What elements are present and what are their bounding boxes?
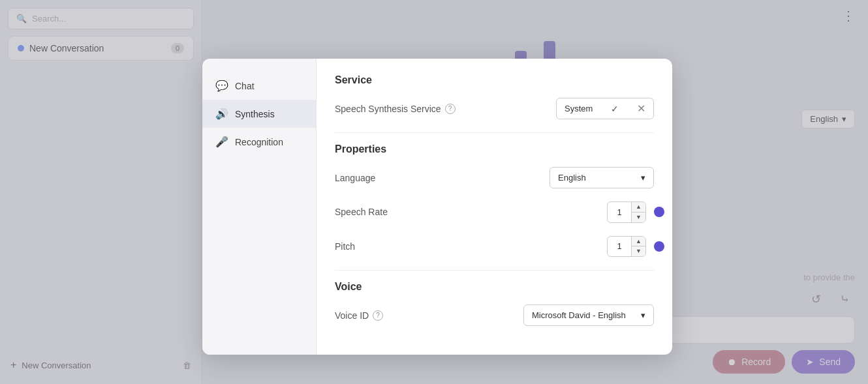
clear-icon[interactable]: ✕ bbox=[637, 102, 645, 115]
service-section-title: Service bbox=[335, 74, 654, 86]
chat-nav-label: Chat bbox=[235, 81, 255, 91]
section-divider bbox=[335, 132, 654, 133]
chat-nav-icon: 💬 bbox=[215, 80, 228, 92]
voice-divider bbox=[335, 270, 654, 271]
speech-rate-value: 1 bbox=[608, 203, 631, 221]
voice-id-dropdown[interactable]: Microsoft David - English ▾ bbox=[523, 304, 654, 326]
pitch-value: 1 bbox=[608, 237, 631, 255]
speech-rate-input[interactable]: 1 ▲ ▼ bbox=[607, 201, 646, 223]
pitch-row: Pitch 1 ▲ ▼ bbox=[335, 236, 654, 258]
synthesis-nav-label: Synthesis bbox=[235, 109, 275, 119]
check-icon: ✓ bbox=[611, 104, 619, 114]
pitch-label: Pitch bbox=[335, 241, 355, 252]
voice-id-value: Microsoft David - English bbox=[532, 310, 626, 320]
modal-body: Service Speech Synthesis Service ? Syste… bbox=[317, 59, 672, 355]
chevron-down-icon: ▾ bbox=[641, 173, 645, 183]
settings-modal: 💬 Chat 🔊 Synthesis 🎤 Recognition Service… bbox=[202, 59, 672, 355]
language-select[interactable]: English ▾ bbox=[550, 167, 654, 188]
voice-id-label: Voice ID bbox=[335, 310, 369, 321]
help-icon[interactable]: ? bbox=[445, 104, 456, 114]
pitch-input[interactable]: 1 ▲ ▼ bbox=[607, 236, 646, 258]
voice-id-row: Voice ID ? Microsoft David - English ▾ bbox=[335, 304, 654, 326]
service-value: System bbox=[565, 104, 593, 113]
modal-sidebar: 💬 Chat 🔊 Synthesis 🎤 Recognition bbox=[202, 59, 317, 355]
speech-synthesis-label: Speech Synthesis Service bbox=[335, 104, 441, 114]
properties-section-title: Properties bbox=[335, 143, 654, 155]
slider-thumb[interactable] bbox=[654, 207, 664, 217]
speech-rate-label: Speech Rate bbox=[335, 207, 388, 217]
voice-help-icon[interactable]: ? bbox=[373, 310, 383, 321]
language-select-value: English bbox=[558, 173, 586, 183]
service-dropdown[interactable]: System ✓ ✕ bbox=[556, 98, 654, 119]
recognition-nav-label: Recognition bbox=[235, 137, 283, 147]
speech-rate-down[interactable]: ▼ bbox=[632, 213, 645, 222]
modal-nav-chat[interactable]: 💬 Chat bbox=[202, 72, 316, 100]
modal-nav-synthesis[interactable]: 🔊 Synthesis bbox=[202, 100, 316, 128]
voice-section-title: Voice bbox=[335, 281, 654, 293]
speech-rate-up[interactable]: ▲ bbox=[632, 202, 645, 213]
speech-rate-row: Speech Rate 1 ▲ ▼ bbox=[335, 201, 654, 223]
pitch-slider-thumb[interactable] bbox=[654, 241, 664, 252]
speech-synthesis-row: Speech Synthesis Service ? System ✓ ✕ bbox=[335, 98, 654, 119]
pitch-up[interactable]: ▲ bbox=[632, 237, 645, 247]
synthesis-nav-icon: 🔊 bbox=[215, 108, 228, 120]
recognition-nav-icon: 🎤 bbox=[215, 136, 228, 148]
modal-nav-recognition[interactable]: 🎤 Recognition bbox=[202, 128, 316, 156]
language-row: Language English ▾ bbox=[335, 167, 654, 188]
language-label: Language bbox=[335, 173, 375, 183]
pitch-down[interactable]: ▼ bbox=[632, 246, 645, 256]
voice-chevron-icon: ▾ bbox=[641, 310, 645, 320]
